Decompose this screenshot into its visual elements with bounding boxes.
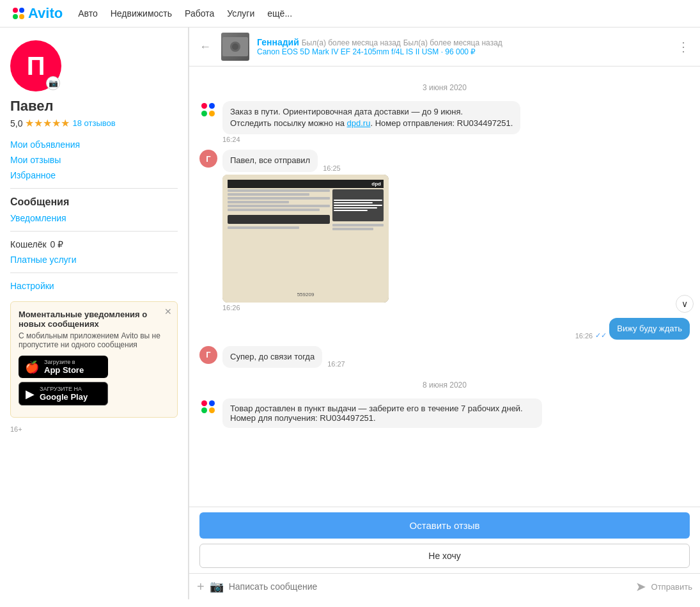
- message-time-image: 16:26: [222, 304, 389, 311]
- appstore-big-label: App Store: [44, 365, 84, 375]
- system-message-delivery: Товар доставлен в пункт выдачи — заберит…: [222, 398, 542, 428]
- product-thumbnail: [221, 33, 249, 61]
- rating-stars: ★★★★★: [25, 117, 70, 129]
- avito-msg-1-text2-post: . Номер отправления: RU034497251.: [370, 118, 513, 128]
- apple-icon: 🍎: [25, 360, 39, 374]
- messages-section-title: Сообщения: [10, 196, 178, 208]
- message-image[interactable]: dpd: [222, 175, 389, 303]
- wallet-amount: 0 ₽: [51, 239, 64, 249]
- back-button[interactable]: ←: [199, 40, 211, 54]
- avatar-wrap: П 📷: [10, 40, 61, 91]
- sidebar-link-listings[interactable]: Мои объявления: [10, 139, 178, 150]
- more-options-icon[interactable]: ⋮: [677, 39, 690, 54]
- sidebar: П 📷 Павел 5,0 ★★★★★ 18 отзывов Мои объяв…: [0, 28, 189, 599]
- avito-avatar-2: [199, 398, 217, 416]
- avito-avatar: [199, 101, 217, 119]
- message-bubble-sent-1: Вижу буду ждать: [609, 318, 690, 340]
- nav-realty[interactable]: Недвижимость: [111, 8, 172, 19]
- divider-1: [10, 188, 178, 189]
- age-notice: 16+: [10, 425, 178, 433]
- input-area: + 📷 ➤ Отправить: [189, 573, 700, 599]
- message-sent-1: 16:26 ✓✓ Вижу буду ждать: [199, 318, 690, 340]
- notification-box: ✕ Моментальные уведомления о новых сообщ…: [10, 301, 178, 418]
- rating-value: 5,0: [10, 118, 22, 129]
- logo-dots: [13, 8, 24, 19]
- message-received-2: Г Супер, до связи тогда 16:27: [199, 346, 690, 368]
- nav-services[interactable]: Услуги: [227, 8, 254, 19]
- avito-msg-1-text1: Заказ в пути. Ориентировочная дата доста…: [230, 107, 463, 116]
- delivery-text: Товар доставлен в пункт выдачи — заберит…: [230, 404, 523, 423]
- googleplay-small-label: ЗАГРУЗИТЕ НА: [40, 386, 88, 392]
- chat-header-info: Геннадий Был(а) более месяца назад Был(а…: [257, 37, 669, 56]
- leave-review-button[interactable]: Оставить отзыв: [199, 512, 690, 539]
- read-check-icon: ✓✓: [595, 331, 607, 340]
- camera-input-icon[interactable]: 📷: [210, 579, 224, 594]
- messages-list: 3 июня 2020 Заказ в пути. Ориентировочна…: [189, 67, 700, 507]
- chat-header: ← Геннадий Был(а) более месяца назад Был…: [189, 28, 700, 67]
- message-time-received-1: 16:25: [323, 164, 341, 172]
- action-buttons: Оставить отзыв Не хочу: [189, 507, 700, 573]
- divider-3: [10, 272, 178, 273]
- sidebar-link-reviews[interactable]: Мои отзывы: [10, 155, 178, 165]
- logo-dot-red: [13, 8, 18, 13]
- logo[interactable]: Avito: [13, 5, 63, 22]
- date-separator-2: 8 июня 2020: [199, 381, 690, 390]
- google-icon: ▶: [26, 387, 35, 401]
- sender-avatar-g2: Г: [199, 346, 217, 364]
- message-input[interactable]: [229, 581, 630, 592]
- message-time-sent-1: 16:26: [575, 332, 593, 340]
- expand-button[interactable]: ∨: [676, 295, 694, 313]
- message-avito-1: Заказ в пути. Ориентировочная дата доста…: [199, 101, 690, 143]
- sidebar-link-paid[interactable]: Платные услуги: [10, 255, 178, 265]
- wallet-label: Кошелёк: [10, 239, 47, 249]
- review-count[interactable]: 18 отзывов: [72, 118, 115, 128]
- notification-title: Моментальные уведомления о новых сообщен…: [19, 310, 169, 329]
- notification-text: С мобильным приложением Avito вы не проп…: [19, 331, 169, 349]
- nav-jobs[interactable]: Работа: [185, 8, 214, 19]
- message-time-avito-1: 16:24: [222, 136, 520, 143]
- dpd-link[interactable]: dpd.ru: [347, 118, 371, 128]
- send-button[interactable]: ➤: [635, 579, 646, 594]
- logo-text: Avito: [28, 5, 63, 22]
- avatar-initial: П: [27, 52, 45, 81]
- nav-more[interactable]: ещё...: [267, 8, 292, 19]
- no-review-button[interactable]: Не хочу: [199, 544, 690, 568]
- svg-point-2: [232, 43, 238, 50]
- main-layout: П 📷 Павел 5,0 ★★★★★ 18 отзывов Мои объяв…: [0, 28, 700, 599]
- send-label[interactable]: Отправить: [651, 582, 692, 592]
- googleplay-button[interactable]: ▶ ЗАГРУЗИТЕ НА Google Play: [19, 382, 108, 406]
- close-icon[interactable]: ✕: [164, 307, 172, 316]
- appstore-small-label: Загрузите в: [44, 359, 84, 365]
- message-received-1: Г Павел, все отправил 16:25 dpd: [199, 150, 690, 311]
- sidebar-link-notifications[interactable]: Уведомления: [10, 213, 178, 223]
- chat-area: ← Геннадий Был(а) более месяца назад Был…: [189, 28, 700, 599]
- chat-product-link[interactable]: Canon EOS 5D Mark IV EF 24-105mm f/4L IS…: [257, 47, 669, 56]
- chat-partner-status: Был(а) более месяца назад: [302, 38, 401, 47]
- logo-dot-blue: [19, 8, 24, 13]
- sidebar-link-settings[interactable]: Настройки: [10, 281, 178, 291]
- message-bubble-received-2: Супер, до связи тогда: [222, 346, 322, 368]
- user-name: Павел: [10, 98, 178, 114]
- message-bubble-received-1: Павел, все отправил: [222, 150, 318, 171]
- user-rating: 5,0 ★★★★★ 18 отзывов: [10, 117, 178, 129]
- main-nav: Авто Недвижимость Работа Услуги ещё...: [78, 8, 292, 19]
- message-bubble-avito-1: Заказ в пути. Ориентировочная дата доста…: [222, 101, 520, 134]
- logo-dot-yellow: [19, 14, 24, 19]
- nav-auto[interactable]: Авто: [78, 8, 98, 19]
- chat-partner-name[interactable]: Геннадий: [257, 37, 299, 47]
- header: Avito Авто Недвижимость Работа Услуги ещ…: [0, 0, 700, 28]
- avito-msg-1-text2-pre: Отследить посылку можно на: [230, 118, 347, 128]
- add-icon[interactable]: +: [197, 579, 205, 594]
- camera-icon[interactable]: 📷: [46, 76, 60, 90]
- message-avito-delivery: Товар доставлен в пункт выдачи — заберит…: [199, 398, 690, 428]
- divider-2: [10, 231, 178, 232]
- message-time-received-2: 16:27: [327, 360, 345, 368]
- appstore-button[interactable]: 🍎 Загрузите в App Store: [19, 356, 108, 378]
- date-separator-1: 3 июня 2020: [199, 83, 690, 92]
- chat-partner-status-text: Был(а) более месяца назад: [403, 38, 502, 47]
- wallet-row: Кошелёк 0 ₽: [10, 239, 178, 249]
- sender-avatar-g: Г: [199, 150, 217, 168]
- googleplay-big-label: Google Play: [40, 392, 88, 402]
- logo-dot-green: [13, 14, 18, 19]
- sidebar-link-favorites[interactable]: Избранное: [10, 170, 178, 180]
